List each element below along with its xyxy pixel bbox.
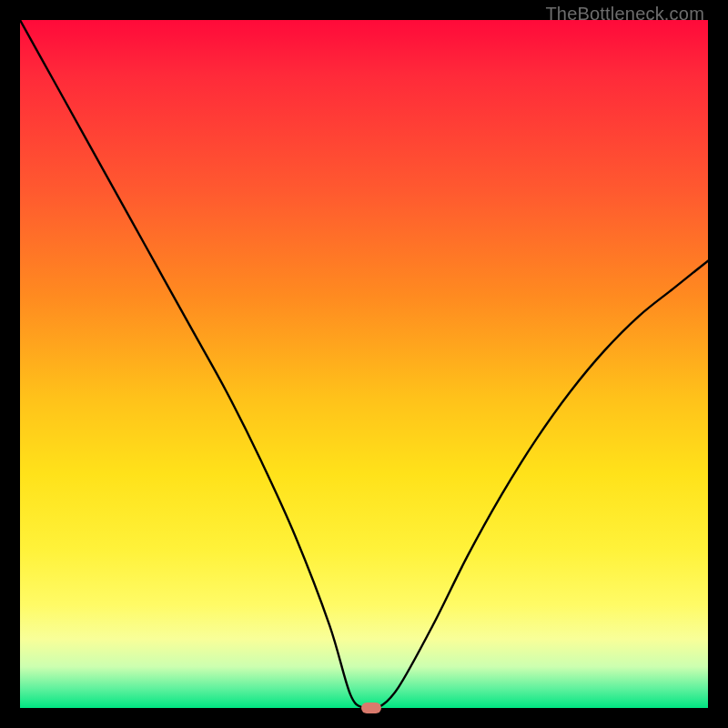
chart-frame: TheBottleneck.com	[0, 0, 728, 728]
bottleneck-curve-line	[20, 20, 708, 708]
chart-svg	[20, 20, 708, 708]
optimum-marker	[361, 703, 381, 713]
chart-plot-area	[20, 20, 708, 708]
